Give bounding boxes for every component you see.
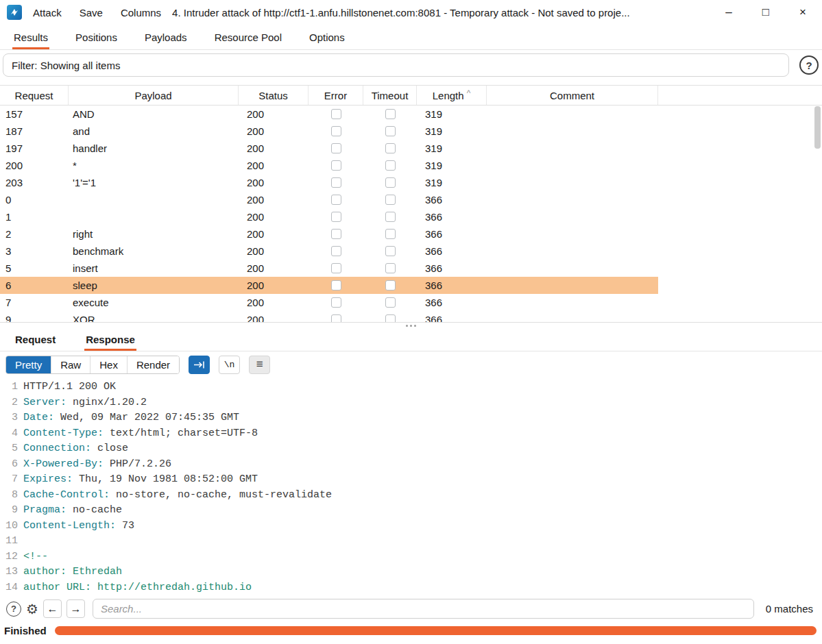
error-checkbox[interactable] <box>331 297 341 308</box>
table-cell: 366 <box>417 311 487 323</box>
menu-save[interactable]: Save <box>80 7 103 18</box>
line-number: 6 <box>0 457 18 473</box>
timeout-checkbox[interactable] <box>385 246 396 256</box>
line-content: author: Ethredah <box>23 565 122 580</box>
help-icon[interactable]: ? <box>799 55 819 75</box>
timeout-checkbox[interactable] <box>385 297 396 308</box>
minimize-button[interactable]: – <box>722 5 736 19</box>
show-newlines-button[interactable]: \n <box>219 356 240 374</box>
timeout-checkbox[interactable] <box>385 177 396 188</box>
table-cell: 366 <box>417 208 487 225</box>
timeout-checkbox[interactable] <box>385 143 396 153</box>
table-row[interactable]: 1200366 <box>0 208 822 225</box>
table-row[interactable]: 197handler200319 <box>0 140 822 157</box>
hex-button[interactable]: Hex <box>90 356 127 373</box>
column-header-timeout[interactable]: Timeout <box>363 86 417 105</box>
error-checkbox[interactable] <box>331 314 341 323</box>
timeout-checkbox[interactable] <box>385 314 396 323</box>
table-row[interactable]: 0200366 <box>0 191 822 208</box>
table-cell <box>363 294 417 311</box>
error-checkbox[interactable] <box>331 160 341 171</box>
timeout-checkbox[interactable] <box>385 109 396 119</box>
search-input[interactable] <box>93 599 754 619</box>
table-row[interactable]: 157AND200319 <box>0 106 822 123</box>
table-cell: sleep <box>69 277 239 294</box>
column-header-request[interactable]: Request <box>0 86 69 105</box>
table-row[interactable]: 2right200366 <box>0 225 822 243</box>
filter-summary[interactable]: Filter: Showing all items <box>3 53 789 77</box>
tab-payloads[interactable]: Payloads <box>143 25 189 49</box>
timeout-checkbox[interactable] <box>385 212 396 222</box>
error-checkbox[interactable] <box>331 177 341 188</box>
menu-attack[interactable]: Attack <box>33 7 62 18</box>
code-line: 9Pragma: no-cache <box>0 503 822 519</box>
error-checkbox[interactable] <box>331 280 341 290</box>
panel-splitter[interactable] <box>0 323 822 328</box>
raw-button[interactable]: Raw <box>51 356 90 373</box>
line-content: author URL: http://ethredah.github.io <box>23 580 252 596</box>
line-number: 11 <box>0 534 18 549</box>
timeout-checkbox[interactable] <box>385 263 396 273</box>
table-cell <box>363 140 417 157</box>
table-row[interactable]: 203'1'='1200319 <box>0 174 822 191</box>
maximize-button[interactable]: □ <box>759 5 773 19</box>
table-row[interactable]: 7execute200366 <box>0 294 822 311</box>
tab-request[interactable]: Request <box>14 328 57 351</box>
close-button[interactable]: × <box>796 5 810 19</box>
column-header-status[interactable]: Status <box>239 86 309 105</box>
table-cell: 6 <box>0 277 69 294</box>
error-checkbox[interactable] <box>331 246 341 256</box>
line-number: 13 <box>0 565 18 580</box>
table-row[interactable]: 5insert200366 <box>0 260 822 277</box>
word-wrap-button[interactable] <box>189 356 210 374</box>
tab-results[interactable]: Results <box>12 25 49 49</box>
table-row[interactable]: 187and200319 <box>0 123 822 140</box>
timeout-checkbox[interactable] <box>385 160 396 171</box>
tab-positions[interactable]: Positions <box>74 25 119 49</box>
line-content: Pragma: no-cache <box>23 503 122 519</box>
search-help-icon[interactable]: ? <box>6 602 21 617</box>
scrollbar-thumb[interactable] <box>814 106 821 149</box>
tab-resource-pool[interactable]: Resource Pool <box>213 25 283 49</box>
column-header-error[interactable]: Error <box>309 86 363 105</box>
table-cell: 7 <box>0 294 69 311</box>
column-header-payload[interactable]: Payload <box>69 86 239 105</box>
column-header-length[interactable]: Length ^ <box>417 86 487 105</box>
table-cell: 319 <box>417 157 487 174</box>
error-checkbox[interactable] <box>331 195 341 205</box>
timeout-checkbox[interactable] <box>385 229 396 239</box>
tab-response[interactable]: Response <box>84 328 136 351</box>
menu-columns[interactable]: Columns <box>121 7 161 18</box>
splitter-dot <box>406 325 408 327</box>
table-row[interactable]: 6sleep200366 <box>0 277 822 294</box>
tab-options[interactable]: Options <box>308 25 346 49</box>
error-checkbox[interactable] <box>331 263 341 273</box>
error-checkbox[interactable] <box>331 212 341 222</box>
next-match-button[interactable]: → <box>67 599 85 618</box>
table-cell <box>309 208 363 225</box>
table-cell <box>487 157 658 174</box>
line-number: 2 <box>0 395 18 411</box>
table-row[interactable]: 3benchmark200366 <box>0 243 822 260</box>
column-header-comment[interactable]: Comment <box>487 86 658 105</box>
timeout-checkbox[interactable] <box>385 280 396 290</box>
pretty-button[interactable]: Pretty <box>6 356 51 373</box>
previous-match-button[interactable]: ← <box>43 599 62 618</box>
table-cell <box>309 140 363 157</box>
error-checkbox[interactable] <box>331 109 341 119</box>
error-checkbox[interactable] <box>331 126 341 136</box>
error-checkbox[interactable] <box>331 229 341 239</box>
code-line: 4Content-Type: text/html; charset=UTF-8 <box>0 426 822 442</box>
viewer-menu-button[interactable]: ≡ <box>249 356 270 374</box>
error-checkbox[interactable] <box>331 143 341 153</box>
gear-icon[interactable]: ⚙ <box>26 602 38 616</box>
table-row[interactable]: 200*200319 <box>0 157 822 174</box>
timeout-checkbox[interactable] <box>385 126 396 136</box>
render-button[interactable]: Render <box>127 356 179 373</box>
table-cell <box>363 225 417 243</box>
table-cell: 200 <box>239 294 309 311</box>
table-row[interactable]: 9XOR200366 <box>0 311 822 323</box>
vertical-scrollbar[interactable] <box>814 106 821 320</box>
table-cell <box>69 191 239 208</box>
timeout-checkbox[interactable] <box>385 195 396 205</box>
